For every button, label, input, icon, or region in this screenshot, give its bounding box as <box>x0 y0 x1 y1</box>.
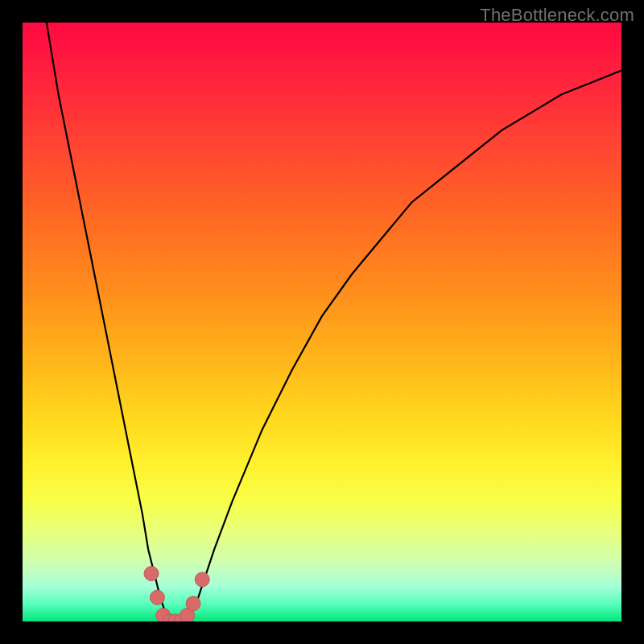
bottleneck-curve <box>47 23 621 621</box>
chart-svg <box>23 23 621 621</box>
sweet-spot-marker <box>186 597 200 611</box>
sweet-spot-marker <box>195 572 209 587</box>
sweet-spot-marker <box>144 567 159 581</box>
chart-frame: TheBottleneck.com <box>0 0 644 644</box>
sweet-spot-marker <box>150 590 164 605</box>
plot-area <box>23 23 621 621</box>
